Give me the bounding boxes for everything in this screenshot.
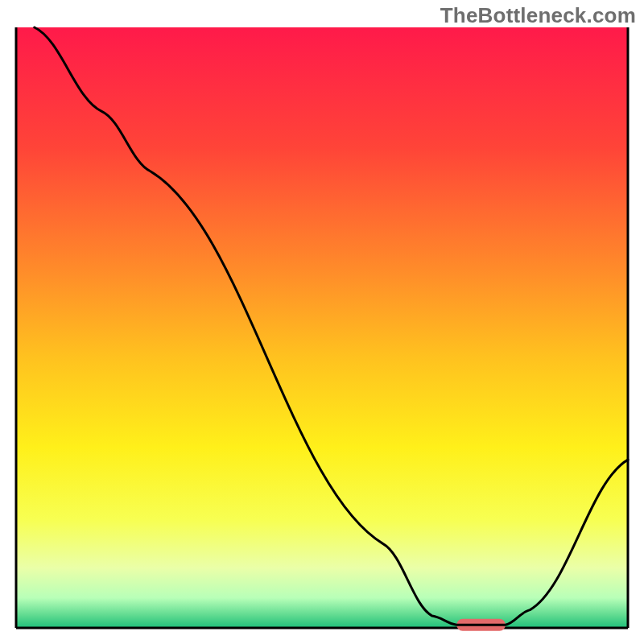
bottleneck-chart: [0, 0, 644, 644]
watermark-text: TheBottleneck.com: [440, 3, 636, 28]
chart-background: [16, 27, 628, 628]
chart-container: TheBottleneck.com: [0, 0, 644, 644]
